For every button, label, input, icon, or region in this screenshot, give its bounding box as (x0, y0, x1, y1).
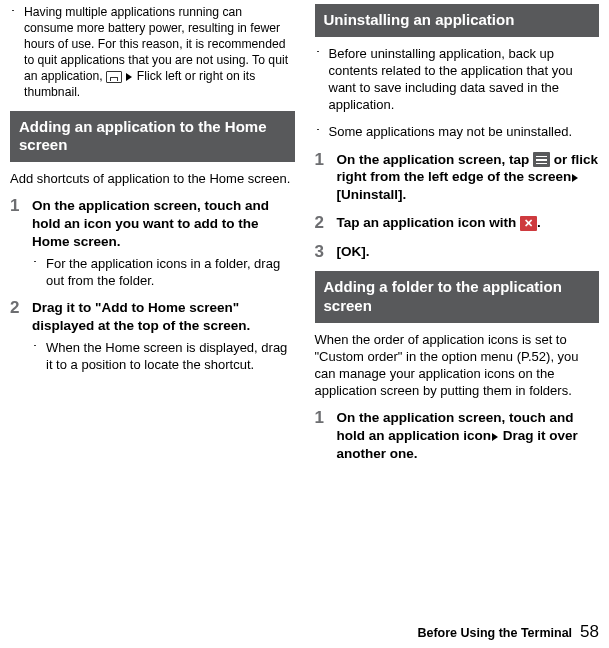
footer-page-number: 58 (580, 622, 599, 642)
u1-text-a: On the application screen, tap (337, 152, 534, 167)
step-2-sub: ･ When the Home screen is displayed, dra… (32, 339, 295, 373)
bullet-dot: ･ (10, 4, 24, 101)
step-1-sub-text: For the application icons in a folder, d… (46, 255, 295, 289)
uninstall-step-1: 1 On the application screen, tap or flic… (315, 151, 600, 204)
battery-note: ･ Having multiple applications running c… (10, 4, 295, 101)
step-1-title: On the application screen, touch and hol… (32, 197, 295, 250)
folder-step-1-title: On the application screen, touch and hol… (337, 409, 600, 462)
heading-uninstall: Uninstalling an application (315, 4, 600, 37)
step-1-sub: ･ For the application icons in a folder,… (32, 255, 295, 289)
bullet-dot: ･ (315, 123, 329, 140)
footer-section-label: Before Using the Terminal (417, 626, 572, 640)
close-x-icon: ✕ (520, 216, 537, 231)
bullet-dot: ･ (32, 339, 46, 373)
u2-text: Tap an application icon with (337, 215, 521, 230)
uninstall-note-b: ･ Some applications may not be uninstall… (315, 123, 600, 140)
step-number-1: 1 (315, 151, 337, 204)
uninstall-step-1-title: On the application screen, tap or flick … (337, 151, 600, 204)
step-number-3: 3 (315, 243, 337, 262)
uninstall-note-b-text: Some applications may not be uninstalled… (329, 123, 573, 140)
step-1: 1 On the application screen, touch and h… (10, 197, 295, 289)
folder-step-1: 1 On the application screen, touch and h… (315, 409, 600, 462)
step-2-sub-text: When the Home screen is displayed, drag … (46, 339, 295, 373)
uninstall-step-2-title: Tap an application icon with ✕. (337, 214, 600, 232)
step-2: 2 Drag it to "Add to Home screen" displa… (10, 299, 295, 373)
step-2-title: Drag it to "Add to Home screen" displaye… (32, 299, 295, 335)
step-number-2: 2 (10, 299, 32, 373)
chevron-right-icon (572, 174, 578, 182)
uninstall-step-3-title: [OK]. (337, 243, 600, 261)
step-number-2: 2 (315, 214, 337, 233)
uninstall-step-3: 3 [OK]. (315, 243, 600, 262)
intro-add-folder: When the order of application icons is s… (315, 331, 600, 400)
uninstall-note-a-text: Before uninstalling application, back up… (329, 45, 600, 114)
u2-end: . (537, 215, 541, 230)
heading-add-to-home: Adding an application to the Home screen (10, 111, 295, 163)
bullet-dot: ･ (315, 45, 329, 114)
page-footer: Before Using the Terminal 58 (0, 618, 609, 642)
u1-text-c: [Uninstall]. (337, 187, 407, 202)
heading-add-folder: Adding a folder to the application scree… (315, 271, 600, 323)
menu-icon (533, 152, 550, 167)
intro-add-to-home: Add shortcuts of application to the Home… (10, 170, 295, 187)
step-number-1: 1 (10, 197, 32, 289)
bullet-dot: ･ (32, 255, 46, 289)
step-number-1: 1 (315, 409, 337, 462)
recent-apps-icon (106, 71, 122, 83)
chevron-right-icon (126, 73, 132, 81)
uninstall-note-a: ･ Before uninstalling application, back … (315, 45, 600, 114)
battery-note-text: Having multiple applications running can… (24, 4, 295, 101)
chevron-right-icon (492, 433, 498, 441)
uninstall-step-2: 2 Tap an application icon with ✕. (315, 214, 600, 233)
